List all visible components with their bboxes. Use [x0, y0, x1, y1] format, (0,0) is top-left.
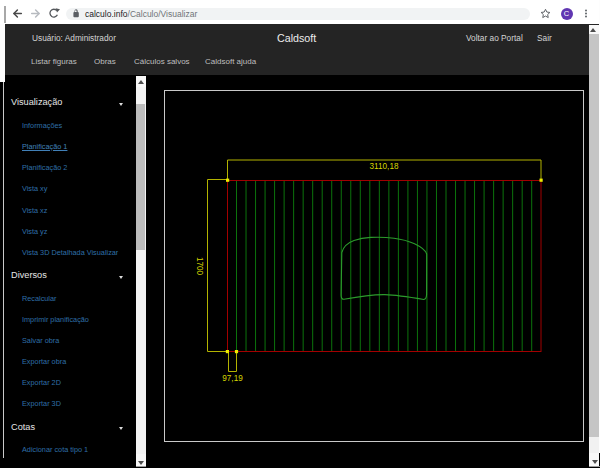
svg-text:97,19: 97,19: [222, 374, 243, 383]
svg-text:1700: 1700: [195, 257, 204, 276]
svg-text:3110,18: 3110,18: [370, 162, 399, 171]
